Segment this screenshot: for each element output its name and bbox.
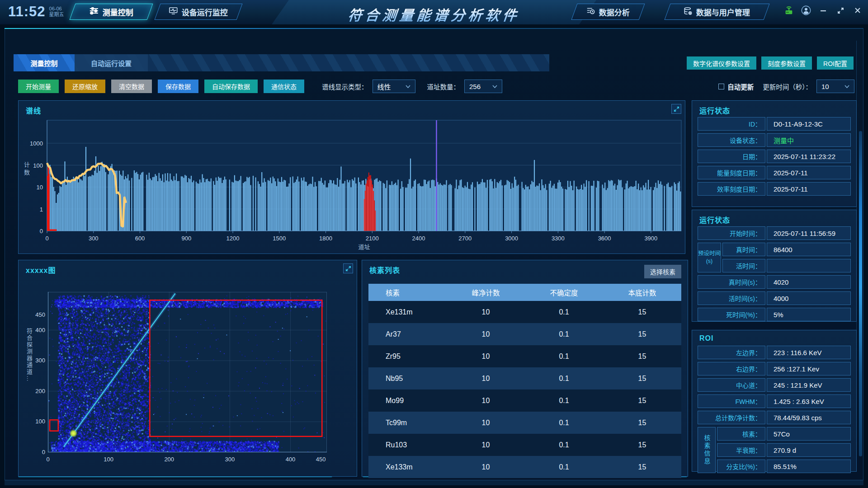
channel-count-value: 256 <box>469 83 481 90</box>
update-interval-value: 10 <box>821 83 829 90</box>
axis-tick: 450 <box>29 311 45 318</box>
auto-update-label: 自动更新 <box>727 82 754 91</box>
display-type-select[interactable]: 线性 <box>373 80 415 93</box>
calibration-params-button[interactable]: 刻度参数设置 <box>761 56 812 70</box>
table-row[interactable]: Mo99100.115 <box>368 389 681 412</box>
roi-row: 中心道：245 : 121.9 KeV <box>698 378 851 392</box>
database-icon <box>684 7 692 17</box>
svg-text:1: 1 <box>40 206 43 213</box>
sliders-icon <box>90 7 99 17</box>
nav-label: 数据与用户管理 <box>696 6 750 18</box>
status-row: 效率刻度日期：2025-07-11 <box>698 182 851 196</box>
tab-auto-run-settings[interactable]: 自动运行设置 <box>75 54 148 71</box>
tab-bar: 测量控制 自动运行设置 <box>14 54 549 71</box>
close-icon[interactable] <box>853 5 863 15</box>
expand-icon[interactable] <box>343 263 353 273</box>
nav-data-user-management[interactable]: 数据与用户管理 <box>664 4 769 20</box>
scatter-y-axis-label: 符合探测器通道… <box>25 328 33 382</box>
spectrum-panel: 谱线 计数 0110100100003006009001200150018002… <box>18 100 685 254</box>
tab-measurement-control[interactable]: 测量控制 <box>14 54 75 71</box>
column-header: 本底计数 <box>603 287 681 297</box>
comm-status-button[interactable]: 通信状态 <box>264 80 304 93</box>
reset-zoom-button[interactable]: 还原缩放 <box>65 80 105 93</box>
roi-row: 右边界：256 :127.1 Kev <box>698 362 851 375</box>
roi-row: 分支比(%)：85.51% <box>717 460 851 473</box>
clear-data-button[interactable]: 清空数据 <box>111 80 152 93</box>
report-icon <box>587 7 595 17</box>
table-row[interactable]: Xe133m100.115 <box>368 456 681 478</box>
axis-tick: 100 <box>99 456 118 463</box>
axis-tick: 400 <box>29 327 45 333</box>
table-row[interactable]: Ru103100.115 <box>368 434 681 456</box>
frame-accent <box>5 480 863 485</box>
table-row[interactable]: Xe131m100.115 <box>368 301 681 323</box>
status-row: 活时间(s)：4000 <box>698 291 851 305</box>
digitizer-params-button[interactable]: 数字化谱仪参数设置 <box>687 56 756 70</box>
save-data-button[interactable]: 保存数据 <box>158 80 198 93</box>
nuclide-info-group: 核素信息 核素：57Co 半衰期：270.9 d 分支比(%)：85.51% <box>698 427 851 473</box>
chevron-down-icon <box>844 85 849 88</box>
nav-label: 测量控制 <box>103 6 133 18</box>
status-row: 真时间(s)：4020 <box>698 275 851 289</box>
maximize-icon[interactable] <box>835 5 845 15</box>
coincidence-map-chart[interactable] <box>48 292 327 452</box>
nav-label: 数据分析 <box>599 6 630 18</box>
auto-save-button[interactable]: 自动保存数据 <box>204 80 258 93</box>
clock: 11:52 06-06 星期五 <box>8 4 64 20</box>
status-row: 开始时间：2025-07-11 11:56:59 <box>698 226 851 240</box>
time-display: 11:52 <box>8 4 46 20</box>
status-row: 设备状态：测量中 <box>698 133 851 147</box>
table-row[interactable]: Ar37100.115 <box>368 323 681 345</box>
svg-text:300: 300 <box>89 235 99 242</box>
roi-config-button[interactable]: ROI配置 <box>817 56 854 70</box>
start-measure-button[interactable]: 开始测量 <box>18 80 59 93</box>
nav-data-analysis[interactable]: 数据分析 <box>571 4 645 20</box>
coincidence-map-panel: xxxxx图 符合探测器通道… 010020030040045001002003… <box>18 260 357 477</box>
svg-text:2400: 2400 <box>412 235 425 242</box>
svg-text:2700: 2700 <box>458 235 472 242</box>
table-body: Xe131m100.115 Ar37100.115 Zr95100.115 Nb… <box>368 301 681 478</box>
nav-measurement-control[interactable]: 测量控制 <box>69 4 153 20</box>
axis-tick: 0 <box>39 456 57 463</box>
svg-text:道址: 道址 <box>358 244 370 250</box>
svg-text:600: 600 <box>135 235 145 242</box>
channel-count-label: 道址数量： <box>427 82 460 91</box>
axis-tick: 400 <box>282 456 300 463</box>
frame-accent <box>5 28 863 29</box>
chevron-down-icon <box>492 85 497 88</box>
axis-tick: 100 <box>29 418 45 425</box>
update-interval-select[interactable]: 10 <box>816 80 854 93</box>
channel-count-select[interactable]: 256 <box>464 80 502 93</box>
svg-text:1500: 1500 <box>273 235 286 242</box>
minimize-icon[interactable] <box>818 5 828 15</box>
preset-time-label: 预设时间(s) <box>698 243 721 272</box>
table-row[interactable]: Zr95100.115 <box>368 345 681 367</box>
user-icon[interactable] <box>801 5 811 15</box>
status-row: 真时间：86400 <box>722 243 851 256</box>
axis-tick: 300 <box>221 456 239 463</box>
table-row[interactable]: Tc99m100.115 <box>368 412 681 434</box>
svg-text:3300: 3300 <box>552 235 565 242</box>
nuclide-list-title: 核素列表 <box>369 264 400 275</box>
spectrum-chart[interactable]: 0110100100003006009001200150018002100240… <box>19 101 685 253</box>
roi-row: 半衰期：270.9 d <box>717 443 851 457</box>
nav-label: 设备运行监控 <box>182 6 228 18</box>
display-type-label: 谱线显示类型： <box>322 82 368 91</box>
roi-row: 核素：57Co <box>717 427 851 441</box>
select-nuclide-button[interactable]: 选择核素 <box>644 265 681 278</box>
roi-panel: ROI 左边界：223 : 116.6 KeV 右边界：256 :127.1 K… <box>692 330 857 472</box>
monitor-icon <box>169 7 178 17</box>
nav-device-monitoring[interactable]: 设备运行监控 <box>154 4 242 20</box>
axis-tick: 200 <box>29 388 45 394</box>
svg-text:1800: 1800 <box>319 235 332 242</box>
auto-update-checkbox[interactable] <box>718 84 724 89</box>
connection-status-icon[interactable] <box>784 5 794 15</box>
table-row[interactable]: Nb95100.115 <box>368 367 681 389</box>
axis-tick: 450 <box>312 456 330 463</box>
status-row: ID：D0-11-A9-12-3C <box>698 117 851 131</box>
status-row: 活时间： <box>722 259 851 272</box>
axis-tick: 300 <box>29 357 45 364</box>
display-type-value: 线性 <box>377 82 391 91</box>
roi-row: FWHM：1.425 : 2.63 KeV <box>698 394 851 408</box>
axis-tick: 0 <box>29 449 45 455</box>
